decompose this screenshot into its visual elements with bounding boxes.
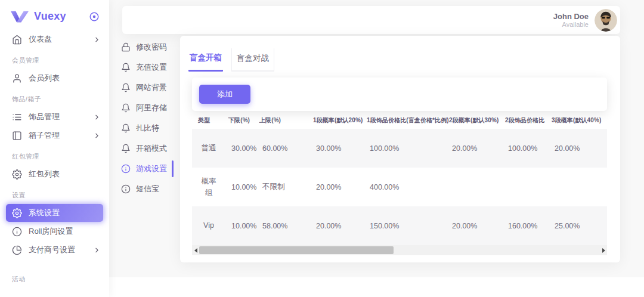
tab-bar: 盲盒开箱 盲盒对战	[180, 36, 620, 72]
sidebar-item-label: 仪表盘	[29, 34, 52, 45]
settings-table: 类型 下限(%) 上限(%) 1段概率(默认20%) 1段饰品价格比(盲盒价格*…	[192, 112, 607, 245]
tab-blindbox-open[interactable]: 盲盒开箱	[188, 48, 223, 72]
column-header: 2段饰品价格比	[505, 116, 552, 125]
chevron-right-icon	[93, 113, 101, 121]
cell: 20.00%	[552, 144, 607, 153]
cell-type: 普通	[198, 143, 218, 154]
column-header: 类型	[198, 116, 228, 125]
cell: 25.00%	[552, 222, 607, 230]
info-icon	[121, 164, 131, 174]
column-header: 下限(%)	[228, 116, 259, 125]
gear-icon	[12, 208, 22, 218]
column-header: 1段饰品价格比(盲盒价格*比例)	[367, 116, 449, 125]
tab-blindbox-battle[interactable]: 盲盒对战	[231, 48, 274, 72]
settings-nav-item-site-background[interactable]: 网站背景	[121, 78, 172, 98]
bell-icon	[121, 83, 131, 92]
cell: 58.00%	[259, 222, 313, 230]
pie-chart-icon	[12, 245, 22, 255]
table-row: Vip 10.00% 58.00% 20.00% 150.00% 20.00% …	[192, 206, 607, 245]
cell: 400.00%	[367, 183, 449, 191]
cell: 60.00%	[259, 144, 313, 153]
app-root: Vuexy 仪表盘 会员管理 会员列表 饰品/箱子	[0, 0, 644, 297]
gear-icon	[12, 169, 22, 180]
avatar-photo	[595, 9, 617, 32]
table-row: 概率组 10.00% 不限制 20.00% 400.00%	[192, 168, 607, 206]
settings-nav-label: 扎比特	[136, 123, 159, 134]
settings-nav-item-zabit[interactable]: 扎比特	[121, 118, 172, 138]
cell: 30.00%	[228, 144, 259, 153]
info-icon	[12, 227, 22, 237]
home-icon	[12, 35, 22, 45]
avatar[interactable]	[595, 9, 617, 32]
scroll-left-arrow[interactable]	[192, 245, 199, 255]
settings-nav-label: 短信宝	[136, 184, 159, 194]
settings-nav-item-ali-storage[interactable]: 阿里存储	[121, 98, 172, 118]
menu-pin-toggle-icon[interactable]	[89, 11, 100, 22]
bell-icon	[121, 144, 131, 153]
main-sidebar: Vuexy 仪表盘 会员管理 会员列表 饰品/箱子	[0, 0, 109, 297]
sidebar-section-title: 活动	[0, 259, 109, 287]
sidebar-item-label: Roll房间设置	[29, 226, 73, 237]
brand: Vuexy	[0, 0, 109, 30]
sidebar-item-payment-merchant-settings[interactable]: 支付商号设置	[0, 241, 109, 259]
sidebar-item-label: 饰品管理	[29, 112, 60, 122]
settings-nav-item-sms[interactable]: 短信宝	[121, 179, 172, 199]
sidebar-item-label: 箱子管理	[29, 130, 60, 141]
settings-nav-item-game-settings[interactable]: 游戏设置	[121, 159, 172, 179]
settings-nav-item-unbox-mode[interactable]: 开箱模式	[121, 138, 172, 159]
scrollbar-track[interactable]	[199, 245, 600, 255]
column-header: 3段概率(默认40%)	[552, 116, 607, 125]
bell-icon	[121, 123, 131, 133]
table-header-row: 类型 下限(%) 上限(%) 1段概率(默认20%) 1段饰品价格比(盲盒价格*…	[192, 112, 607, 129]
cell: 不限制	[259, 182, 313, 192]
column-header: 上限(%)	[259, 116, 313, 125]
cell: 20.00%	[313, 183, 367, 191]
user-info[interactable]: John Doe Available	[553, 12, 589, 29]
sidebar-nav: 仪表盘 会员管理 会员列表 饰品/箱子 饰品管理	[0, 30, 109, 287]
vuexy-logo-icon	[11, 11, 29, 23]
sidebar-item-roll-room-settings[interactable]: Roll房间设置	[0, 222, 109, 240]
cell-type: Vip	[198, 220, 218, 231]
sidebar-item-label: 会员列表	[29, 73, 60, 83]
sidebar-item-member-list[interactable]: 会员列表	[0, 69, 109, 87]
settings-nav-label: 阿里存储	[136, 103, 167, 113]
box-icon	[12, 131, 22, 141]
user-name: John Doe	[553, 12, 589, 21]
lock-icon	[121, 42, 131, 52]
cell: 10.00%	[228, 222, 259, 230]
settings-nav-item-recharge[interactable]: 充值设置	[121, 57, 172, 78]
cell: 30.00%	[313, 144, 367, 153]
brand-name: Vuexy	[34, 10, 66, 23]
content-area: John Doe Available	[109, 0, 644, 277]
cell: 20.00%	[449, 144, 505, 153]
sidebar-item-box-mgmt[interactable]: 箱子管理	[0, 126, 109, 144]
settings-nav: 修改密码 充值设置 网站背景 阿里存储	[121, 37, 172, 199]
sidebar-item-system-settings[interactable]: 系统设置	[6, 204, 103, 222]
sidebar-section-title: 饰品/箱子	[0, 88, 109, 107]
sidebar-item-redpacket-list[interactable]: 红包列表	[0, 165, 109, 183]
settings-nav-item-change-password[interactable]: 修改密码	[121, 37, 172, 57]
left-triangle-icon	[194, 248, 197, 253]
sidebar-item-dashboard[interactable]: 仪表盘	[0, 30, 109, 48]
scrollbar-thumb[interactable]	[199, 246, 394, 254]
cell: 20.00%	[313, 222, 367, 230]
active-indicator-bar	[172, 160, 174, 177]
sidebar-item-label: 红包列表	[29, 169, 60, 180]
sidebar-item-accessory-mgmt[interactable]: 饰品管理	[0, 108, 109, 126]
chevron-right-icon	[93, 246, 101, 254]
scroll-right-arrow[interactable]	[600, 245, 607, 255]
settings-nav-label: 网站背景	[136, 82, 167, 93]
settings-nav-label: 开箱模式	[136, 143, 167, 154]
sidebar-item-label: 支付商号设置	[29, 245, 75, 255]
right-triangle-icon	[602, 248, 605, 253]
horizontal-scrollbar[interactable]	[192, 245, 607, 255]
sidebar-section-title: 红包管理	[0, 145, 109, 165]
cell-type: 概率组	[198, 176, 218, 199]
info-icon	[121, 184, 131, 194]
column-header: 1段概率(默认20%)	[313, 116, 367, 125]
settings-nav-label: 充值设置	[136, 62, 167, 73]
add-button[interactable]: 添加	[199, 85, 250, 104]
settings-nav-label: 修改密码	[136, 42, 167, 52]
user-status: Available	[553, 21, 589, 29]
user-icon	[12, 73, 22, 83]
